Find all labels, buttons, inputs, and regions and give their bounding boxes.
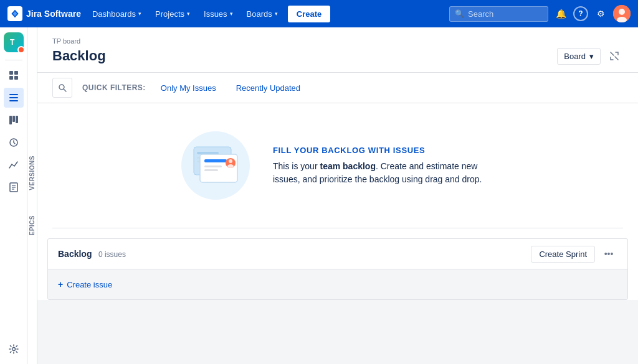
notification-icon: 🔔: [556, 9, 566, 19]
main-content: TP board Backlog Board ▾: [37, 27, 638, 364]
expand-button[interactable]: [606, 47, 623, 65]
svg-rect-9: [9, 94, 18, 95]
breadcrumb: TP board: [52, 37, 623, 45]
versions-label[interactable]: VERSIONS: [29, 156, 36, 190]
chevron-down-icon: ▾: [589, 52, 594, 61]
vertical-labels-panel: VERSIONS EPICS: [27, 27, 37, 364]
svg-point-33: [229, 159, 232, 163]
settings-button[interactable]: ⚙: [592, 5, 609, 22]
search-icon: 🔍: [455, 9, 464, 18]
more-options-button[interactable]: •••: [600, 245, 617, 263]
chevron-down-icon: ▾: [138, 11, 141, 17]
filter-only-my-issues[interactable]: Only My Issues: [156, 81, 221, 95]
page-header: TP board Backlog Board ▾: [37, 27, 638, 73]
svg-rect-30: [204, 166, 222, 167]
chevron-down-icon: ▾: [230, 11, 233, 17]
sidebar-icon-board[interactable]: [4, 110, 24, 130]
sidebar-icon-settings[interactable]: [4, 339, 24, 359]
svg-point-34: [227, 164, 234, 168]
svg-rect-10: [9, 97, 18, 98]
logo[interactable]: Jira Software: [7, 6, 81, 21]
plus-icon: +: [58, 279, 63, 289]
sidebar-icon-home[interactable]: [4, 65, 24, 85]
sidebar-icon-backlog[interactable]: [4, 88, 24, 108]
svg-rect-13: [12, 116, 15, 122]
svg-rect-7: [9, 76, 13, 80]
create-issue-label: Create issue: [67, 280, 112, 289]
main-nav: Dashboards ▾ Projects ▾ Issues ▾ Boards …: [86, 6, 449, 22]
ellipsis-icon: •••: [604, 249, 614, 259]
quick-filters-label: QUICK FILTERS:: [82, 83, 146, 92]
help-button[interactable]: ?: [573, 6, 588, 21]
topnav-right: 🔍 🔔 ? ⚙: [449, 5, 631, 22]
nav-boards[interactable]: Boards ▾: [240, 6, 284, 22]
board-actions: Board ▾: [557, 47, 623, 65]
svg-rect-29: [204, 159, 227, 162]
backlog-count: 0 issues: [98, 250, 126, 259]
left-sidebar: T: [0, 27, 27, 364]
filter-search-button[interactable]: [52, 78, 72, 98]
chevron-down-icon: ▾: [275, 11, 278, 17]
logo-text: Jira Software: [26, 9, 81, 19]
top-navigation: Jira Software Dashboards ▾ Projects ▾ Is…: [0, 0, 638, 27]
user-avatar[interactable]: [613, 5, 631, 22]
notification-button[interactable]: 🔔: [552, 5, 569, 22]
svg-point-1: [619, 9, 625, 15]
nav-issues[interactable]: Issues ▾: [198, 6, 239, 22]
svg-rect-5: [9, 71, 13, 75]
svg-rect-8: [14, 76, 18, 80]
search-input[interactable]: [468, 9, 543, 19]
sidebar-icon-pages[interactable]: [4, 177, 24, 197]
backlog-header: Backlog 0 issues Create Sprint •••: [48, 239, 627, 269]
section-divider: [52, 228, 623, 228]
jira-logo-icon: [7, 6, 22, 21]
sidebar-icon-releases[interactable]: [4, 133, 24, 152]
svg-text:T: T: [10, 38, 15, 47]
backlog-title: Backlog: [58, 249, 92, 259]
content-area: FILL YOUR BACKLOG WITH ISSUES This is yo…: [37, 103, 638, 300]
backlog-actions: Create Sprint •••: [531, 245, 617, 263]
empty-state-description: This is your team backlog. Create and es…: [273, 160, 497, 186]
empty-state: FILL YOUR BACKLOG WITH ISSUES This is yo…: [37, 103, 638, 228]
backlog-illustration: [178, 128, 253, 203]
page-title: Backlog: [52, 48, 106, 64]
create-button[interactable]: Create: [288, 6, 330, 22]
svg-rect-31: [204, 169, 218, 171]
sidebar-divider: [5, 60, 22, 60]
epics-label[interactable]: EPICS: [29, 215, 36, 236]
search-box[interactable]: 🔍: [449, 6, 548, 22]
notification-badge: [17, 46, 25, 54]
sidebar-icon-reports[interactable]: [4, 155, 24, 175]
settings-icon: ⚙: [597, 9, 605, 19]
backlog-body: + Create issue: [48, 269, 627, 299]
svg-rect-11: [9, 100, 18, 101]
create-sprint-button[interactable]: Create Sprint: [531, 246, 595, 263]
help-icon: ?: [578, 9, 583, 18]
board-view-button[interactable]: Board ▾: [557, 48, 601, 65]
chevron-down-icon: ▾: [187, 11, 190, 17]
page-title-row: Backlog Board ▾: [52, 47, 623, 65]
create-issue-button[interactable]: + Create issue: [58, 277, 617, 292]
svg-line-22: [64, 89, 66, 91]
backlog-section: Backlog 0 issues Create Sprint ••• + Cre…: [47, 238, 628, 300]
backlog-title-area: Backlog 0 issues: [58, 248, 126, 259]
filter-bar: QUICK FILTERS: Only My Issues Recently U…: [37, 73, 638, 103]
svg-rect-6: [14, 71, 18, 75]
svg-rect-12: [9, 116, 12, 124]
nav-dashboards[interactable]: Dashboards ▾: [86, 6, 148, 22]
svg-rect-14: [16, 116, 18, 123]
project-avatar[interactable]: T: [4, 32, 24, 52]
empty-state-text: FILL YOUR BACKLOG WITH ISSUES This is yo…: [273, 146, 497, 186]
app-body: T: [0, 27, 638, 364]
filter-recently-updated[interactable]: Recently Updated: [231, 81, 305, 95]
nav-projects[interactable]: Projects ▾: [149, 6, 196, 22]
svg-point-20: [12, 348, 15, 351]
empty-state-heading: FILL YOUR BACKLOG WITH ISSUES: [273, 146, 497, 155]
